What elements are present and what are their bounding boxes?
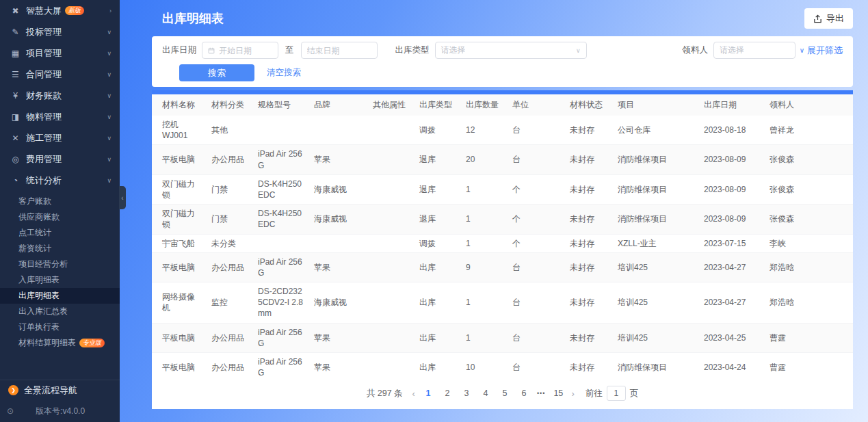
sidebar-subitem-label: 供应商账款 (18, 211, 60, 223)
page-number-button[interactable]: 15 (552, 388, 564, 398)
sidebar-item-project[interactable]: ▦项目管理∨ (0, 42, 120, 64)
panorama-flow-icon: ❯ (8, 385, 18, 395)
sidebar-subitem-inout-summary[interactable]: 出入库汇总表 (0, 304, 120, 319)
table-cell: 苹果 (309, 353, 368, 380)
sidebar-item-material[interactable]: ◨物料管理∨ (0, 106, 120, 127)
pager-ellipsis[interactable]: ••• (537, 390, 545, 397)
sidebar-item-smart-screen[interactable]: ✖智慧大屏新版› (0, 0, 120, 21)
end-date-input[interactable] (301, 42, 378, 59)
chevron-down-icon: ∨ (800, 47, 804, 54)
page-number-button[interactable]: 4 (479, 388, 492, 398)
table-cell: 办公用品 (207, 353, 253, 380)
export-button[interactable]: 导出 (804, 8, 853, 29)
page-number-button[interactable]: 1 (422, 388, 434, 398)
sidebar-item-label: 项目管理 (26, 47, 62, 60)
page-number-button[interactable]: 2 (441, 388, 453, 398)
table-cell: 张俊森 (765, 174, 853, 204)
clear-search-link[interactable]: 清空搜索 (267, 67, 301, 79)
table-cell: DS-K4H250 EDC (253, 205, 309, 234)
end-date-field[interactable] (307, 46, 371, 55)
table-cell: 培训425 (613, 323, 699, 352)
column-header: 出库日期 (699, 94, 765, 116)
sidebar-bottom: ❯ 全景流程导航 ⊙ 版本号:v4.0.0 (0, 380, 120, 422)
export-icon (813, 14, 822, 23)
sidebar-subitem-outbound-detail[interactable]: 出库明细表 (0, 288, 120, 304)
sidebar-subitem-label: 项目经营分析 (18, 259, 68, 270)
sidebar-subitem-label: 点工统计 (18, 227, 51, 239)
table-cell: 培训425 (613, 252, 699, 282)
start-date-field[interactable] (219, 46, 272, 55)
table-cell: 未封存 (565, 174, 613, 204)
sidebar-subitem-inbound-detail[interactable]: 入库明细表 (0, 272, 120, 288)
sidebar-subitem-customer-accounts[interactable]: 客户账款 (0, 194, 120, 209)
sidebar-item-contract[interactable]: ☰合同管理∨ (0, 64, 120, 85)
table-cell: 郑浩晗 (765, 252, 853, 282)
requisitioner-select[interactable]: 请选择 (713, 42, 795, 59)
table-cell: 个 (508, 205, 565, 234)
sidebar-subitem-label: 客户账款 (18, 196, 51, 207)
sidebar-item-construction[interactable]: ✕施工管理∨ (0, 127, 120, 148)
table-wrap: 材料名称材料分类规格型号品牌其他属性出库类型出库数量单位材料状态项目出库日期领料… (152, 94, 853, 379)
sidebar-subitem-supplier-accounts[interactable]: 供应商账款 (0, 209, 120, 225)
chevron-down-icon: ∨ (576, 47, 581, 54)
sidebar-subitem-label: 薪资统计 (18, 243, 51, 254)
sidebar: ✖智慧大屏新版›✎投标管理∨▦项目管理∨☰合同管理∨¥财务账款∨◨物料管理∨✕施… (0, 0, 120, 422)
next-page-button[interactable]: › (570, 388, 575, 399)
outbound-type-select[interactable]: 请选择 ∨ (435, 42, 587, 59)
table-cell: 苹果 (309, 323, 368, 352)
table-cell: 未封存 (565, 205, 613, 234)
sidebar-collapse-handle[interactable]: ‹ (119, 186, 126, 209)
sidebar-subitem-order-execution[interactable]: 订单执行表 (0, 319, 120, 335)
table-cell: 双门磁力锁 (152, 205, 207, 234)
table-cell (368, 234, 415, 252)
table-cell (368, 116, 415, 145)
table-cell: XZLL-业主 (613, 234, 699, 252)
page-number-button[interactable]: 5 (499, 388, 511, 398)
sidebar-item-panorama-nav[interactable]: ❯ 全景流程导航 (0, 380, 120, 400)
finance-icon: ¥ (10, 91, 21, 101)
person-select-placeholder: 请选择 (720, 44, 744, 56)
table-cell: 1 (461, 234, 508, 252)
pro-version-badge: 专业版 (79, 339, 105, 347)
table-cell: 出库 (415, 252, 461, 282)
table-cell: 平板电脑 (152, 323, 207, 352)
page-number-button[interactable]: 6 (518, 388, 530, 398)
sidebar-subitem-daywork-stats[interactable]: 点工统计 (0, 225, 120, 241)
table-cell: 2023-07-15 (699, 234, 765, 252)
table-cell: 台 (508, 282, 565, 324)
sidebar-item-label: 费用管理 (26, 153, 62, 166)
prev-page-button[interactable]: ‹ (411, 388, 417, 399)
table-cell: DS-2CD232 5CDV2-I 2.8 mm (253, 282, 309, 324)
sidebar-subitem-material-settlement[interactable]: 材料结算明细表专业版 (0, 335, 120, 351)
sidebar-subitem-label: 出库明细表 (18, 290, 60, 302)
sidebar-item-label: 智慧大屏 (26, 5, 62, 17)
table-cell: 未封存 (565, 252, 613, 282)
sidebar-item-finance[interactable]: ¥财务账款∨ (0, 85, 120, 106)
sidebar-item-statistics[interactable]: ◔统计分析∨ (0, 170, 120, 191)
table-cell: 2023-04-25 (699, 323, 765, 352)
sidebar-item-expense[interactable]: ◎费用管理∨ (0, 148, 120, 170)
table-cell: 网络摄像机 (152, 282, 207, 324)
main-content: 出库明细表 导出 出库日期 至 (120, 0, 868, 422)
table-cell: 张俊森 (765, 145, 853, 174)
table-cell: 台 (508, 252, 565, 282)
filter-row: 出库日期 至 出库类型 请选择 ∨ 领料人 (162, 42, 843, 59)
table-header-row: 材料名称材料分类规格型号品牌其他属性出库类型出库数量单位材料状态项目出库日期领料… (152, 94, 853, 116)
expand-filters-link[interactable]: ∨ 展开筛选 (800, 44, 843, 57)
column-header: 领料人 (765, 94, 853, 116)
sidebar-subitem-project-analysis[interactable]: 项目经营分析 (0, 256, 120, 272)
table-cell: 公司仓库 (613, 116, 699, 145)
sidebar-subitem-salary-stats[interactable]: 薪资统计 (0, 241, 120, 256)
page-number-button[interactable]: 3 (460, 388, 473, 398)
sidebar-item-bidding[interactable]: ✎投标管理∨ (0, 21, 120, 42)
search-button[interactable]: 搜索 (179, 64, 254, 81)
table-cell: 台 (508, 116, 565, 145)
table-cell: 10 (461, 353, 508, 380)
column-header: 出库数量 (461, 94, 508, 116)
table-cell: 曹霆 (765, 323, 853, 352)
goto-page-input[interactable] (607, 386, 626, 401)
table-row: 宇宙飞船未分类调拨1个未封存XZLL-业主2023-07-15李峡 (152, 234, 853, 252)
table-cell: 2023-08-18 (699, 116, 765, 145)
start-date-input[interactable] (202, 42, 278, 59)
table-cell (368, 353, 415, 380)
